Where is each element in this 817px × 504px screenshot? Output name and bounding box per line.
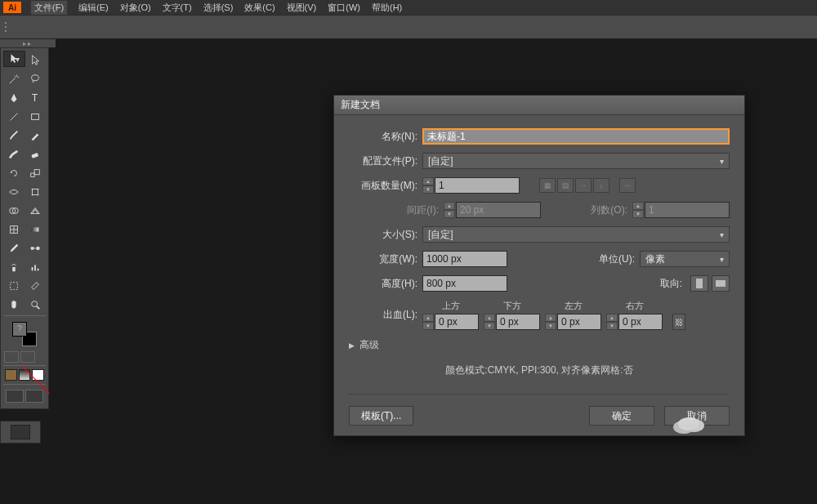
bleed-right-stepper[interactable]: ▲▼ [606, 314, 618, 330]
columns-input [645, 202, 730, 218]
rectangle-tool-icon[interactable] [25, 107, 46, 126]
svg-point-8 [32, 188, 33, 190]
svg-rect-3 [32, 114, 39, 119]
mode-summary-text: 颜色模式:CMYK, PPI:300, 对齐像素网格:否 [349, 364, 730, 377]
blob-brush-tool-icon[interactable] [3, 145, 25, 163]
fill-stroke-swatch[interactable]: ? [3, 318, 46, 350]
options-bar-grip[interactable] [2, 16, 10, 38]
disclosure-triangle-icon: ▶ [349, 341, 355, 350]
slice-tool-icon[interactable] [25, 276, 46, 295]
menu-select[interactable]: 选择(S) [203, 2, 234, 14]
paintbrush-tool-icon[interactable] [3, 126, 25, 145]
eraser-tool-icon[interactable] [25, 145, 46, 163]
arrange-grid-col-icon[interactable]: ▤ [557, 178, 574, 193]
menu-object[interactable]: 对象(O) [120, 2, 151, 14]
dialog-title: 新建文档 [341, 98, 380, 112]
width-tool-icon[interactable] [3, 182, 25, 201]
orientation-landscape-icon[interactable] [712, 275, 730, 292]
orientation-portrait-icon[interactable] [690, 275, 708, 292]
svg-rect-25 [11, 282, 18, 289]
dialog-title-bar[interactable]: 新建文档 [334, 96, 744, 115]
svg-line-27 [37, 306, 40, 309]
eyedropper-tool-icon[interactable] [3, 239, 25, 257]
svg-text:T: T [32, 92, 38, 104]
app-logo: Ai [3, 2, 21, 13]
blend-tool-icon[interactable] [25, 239, 46, 257]
advanced-toggle[interactable]: ▶高级 [349, 338, 730, 352]
arrange-col-icon[interactable]: ↓ [593, 178, 609, 193]
color-mode-row[interactable] [3, 368, 46, 382]
screen-mode-row[interactable] [3, 386, 46, 406]
menu-view[interactable]: 视图(V) [287, 2, 317, 14]
mini-panel[interactable] [0, 421, 41, 444]
menu-file[interactable]: 文件(F) [31, 1, 67, 15]
options-bar [0, 15, 817, 39]
hand-tool-icon[interactable] [3, 295, 25, 314]
menu-text[interactable]: 文字(T) [163, 2, 192, 14]
svg-rect-7 [33, 189, 38, 194]
artboards-input[interactable] [435, 177, 520, 194]
bleed-bottom-input[interactable] [496, 314, 540, 330]
line-tool-icon[interactable] [3, 107, 25, 126]
template-button[interactable]: 模板(T)... [349, 406, 413, 426]
spacing-label: 间距(I): [349, 203, 439, 217]
bleed-right-input[interactable] [618, 314, 663, 330]
free-transform-tool-icon[interactable] [25, 182, 46, 201]
selection-tool-icon[interactable] [3, 51, 25, 67]
units-label: 单位(U): [599, 252, 635, 266]
svg-point-11 [38, 194, 39, 195]
direct-selection-tool-icon[interactable] [25, 51, 46, 69]
svg-point-26 [32, 301, 38, 306]
arrange-rtl-icon[interactable]: ↔ [619, 178, 636, 193]
bleed-bottom-stepper[interactable]: ▲▼ [484, 314, 495, 330]
bleed-label: 出血(L): [349, 308, 417, 322]
artboard-tool-icon[interactable] [3, 276, 25, 295]
mesh-tool-icon[interactable] [3, 220, 25, 239]
bleed-top-stepper[interactable]: ▲▼ [422, 314, 434, 330]
profile-select[interactable]: [自定] [422, 153, 730, 169]
svg-rect-24 [38, 268, 39, 270]
cancel-button[interactable]: 取消 [664, 406, 730, 426]
svg-rect-5 [31, 173, 34, 176]
perspective-grid-tool-icon[interactable] [25, 201, 46, 220]
profile-label: 配置文件(P): [349, 154, 417, 168]
spacing-input [456, 202, 541, 218]
menu-window[interactable]: 窗口(W) [328, 2, 360, 14]
menu-effect[interactable]: 效果(C) [244, 2, 275, 14]
divider [349, 394, 730, 395]
ok-button[interactable]: 确定 [589, 406, 654, 426]
gradient-tool-icon[interactable] [25, 220, 46, 239]
height-input[interactable] [422, 275, 507, 292]
symbol-sprayer-tool-icon[interactable] [3, 257, 25, 276]
bleed-link-icon[interactable]: ⛓ [672, 314, 685, 330]
width-input[interactable] [422, 251, 507, 267]
type-tool-icon[interactable]: T [25, 88, 46, 107]
pencil-tool-icon[interactable] [25, 126, 46, 145]
scale-tool-icon[interactable] [25, 163, 46, 182]
arrange-grid-row-icon[interactable]: ▦ [539, 178, 556, 193]
units-select[interactable]: 像素 [640, 251, 730, 267]
svg-rect-6 [34, 169, 39, 174]
menu-help[interactable]: 帮助(H) [372, 2, 402, 14]
artboards-stepper[interactable]: ▲▼ [422, 177, 434, 194]
bleed-left-stepper[interactable]: ▲▼ [545, 314, 556, 330]
column-graph-tool-icon[interactable] [25, 257, 46, 276]
lasso-tool-icon[interactable] [25, 69, 46, 88]
rotate-tool-icon[interactable] [3, 163, 25, 182]
magic-wand-tool-icon[interactable] [3, 69, 25, 88]
orientation-label: 取向: [660, 277, 682, 291]
svg-rect-21 [12, 267, 16, 271]
arrange-row-icon[interactable]: → [575, 178, 592, 193]
svg-rect-18 [31, 247, 34, 250]
bleed-top-input[interactable] [435, 314, 479, 330]
name-input[interactable] [422, 128, 730, 145]
bleed-bottom-label: 下方 [484, 300, 540, 312]
bleed-top-label: 上方 [422, 300, 479, 312]
size-select[interactable]: [自定] [422, 226, 730, 243]
pen-tool-icon[interactable] [3, 88, 25, 107]
zoom-tool-icon[interactable] [25, 295, 46, 314]
menu-edit[interactable]: 编辑(E) [78, 2, 109, 14]
shape-builder-tool-icon[interactable] [3, 201, 25, 220]
bleed-left-input[interactable] [557, 314, 601, 330]
tools-collapse[interactable]: ▸▸ [0, 39, 56, 47]
